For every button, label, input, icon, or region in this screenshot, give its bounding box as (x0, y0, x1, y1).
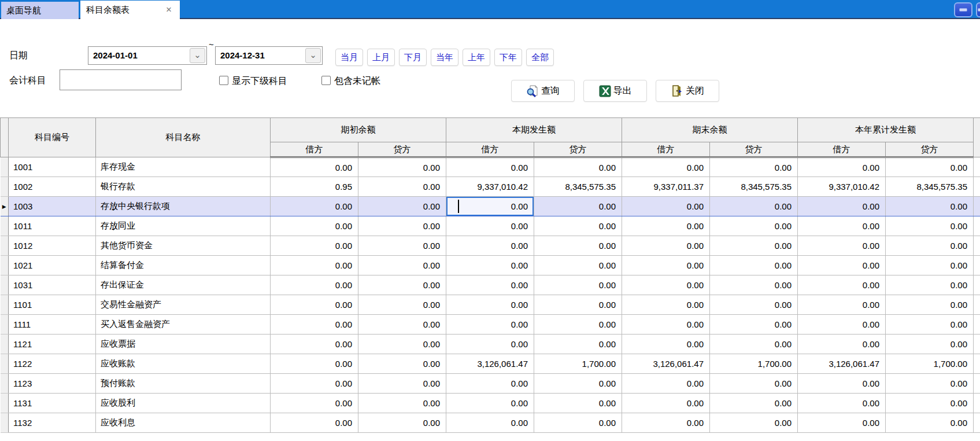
value-cell[interactable]: 0.00 (534, 275, 622, 295)
show-sub-accounts-checkbox[interactable] (219, 76, 228, 85)
row-gutter[interactable] (1, 236, 9, 256)
current-year-button[interactable]: 当年 (431, 49, 458, 66)
date-to-select[interactable]: 2024-12-31 ⌄ (215, 46, 323, 65)
minimize-button[interactable] (954, 2, 972, 17)
value-cell[interactable]: 0.00 (534, 256, 622, 275)
row-gutter[interactable] (1, 315, 9, 335)
chevron-down-icon[interactable]: ⌄ (190, 48, 205, 63)
value-cell[interactable]: 0.00 (710, 216, 798, 236)
value-cell[interactable]: 0.00 (886, 413, 974, 433)
value-cell[interactable]: 0.00 (710, 197, 798, 216)
row-gutter[interactable] (1, 177, 9, 197)
value-cell[interactable]: 0.00 (886, 315, 974, 335)
value-cell[interactable]: 0.00 (710, 236, 798, 256)
value-cell[interactable]: 0.00 (358, 374, 446, 394)
value-cell[interactable]: 0.00 (271, 295, 358, 315)
row-gutter[interactable] (1, 295, 9, 315)
value-cell[interactable]: 0.00 (358, 216, 446, 236)
value-cell[interactable]: 0.00 (710, 394, 798, 413)
account-code-cell[interactable]: 1122 (9, 354, 96, 374)
value-cell[interactable]: 0.00 (271, 335, 358, 354)
row-gutter[interactable] (1, 335, 9, 354)
value-cell[interactable]: 0.00 (534, 413, 622, 433)
value-cell[interactable]: 1,700.00 (886, 354, 974, 374)
value-cell[interactable]: 0.95 (271, 177, 358, 197)
value-cell[interactable]: 1,700.00 (710, 354, 798, 374)
value-cell[interactable]: 0.00 (886, 394, 974, 413)
account-name-cell[interactable]: 应收账款 (96, 354, 271, 374)
value-cell[interactable]: 0.00 (271, 157, 358, 177)
value-cell[interactable]: 0.00 (446, 256, 534, 275)
value-cell[interactable]: 0.00 (622, 216, 710, 236)
value-cell[interactable]: 0.00 (622, 413, 710, 433)
row-gutter[interactable] (1, 275, 9, 295)
current-row-marker[interactable]: ▶ (1, 197, 9, 216)
value-cell[interactable]: 0.00 (622, 197, 710, 216)
value-cell[interactable]: 9,337,011.37 (622, 177, 710, 197)
value-cell[interactable]: 0.00 (446, 374, 534, 394)
value-cell[interactable]: 0.00 (622, 157, 710, 177)
previous-year-button[interactable]: 上年 (463, 49, 490, 66)
all-periods-button[interactable]: 全部 (526, 49, 554, 66)
value-cell[interactable]: 3,126,061.47 (446, 354, 534, 374)
value-cell[interactable]: 9,337,010.42 (446, 177, 534, 197)
export-button[interactable]: 导出 (583, 80, 647, 102)
account-code-cell[interactable]: 1003 (9, 197, 96, 216)
value-cell[interactable]: 0.00 (271, 197, 358, 216)
account-code-cell[interactable]: 1002 (9, 177, 96, 197)
value-cell[interactable]: 0.00 (446, 157, 534, 177)
current-month-button[interactable]: 当月 (335, 49, 363, 66)
next-month-button[interactable]: 下月 (399, 49, 427, 66)
account-code-cell[interactable]: 1001 (9, 157, 96, 177)
value-cell[interactable]: 0.00 (622, 295, 710, 315)
value-cell[interactable]: 0.00 (446, 275, 534, 295)
value-cell[interactable]: 0.00 (886, 157, 974, 177)
value-cell[interactable]: 0.00 (798, 197, 886, 216)
account-name-cell[interactable]: 买入返售金融资产 (96, 315, 271, 335)
value-cell[interactable]: 0.00 (798, 315, 886, 335)
value-cell[interactable]: 0.00 (271, 275, 358, 295)
value-cell[interactable]: 8,345,575.35 (710, 177, 798, 197)
value-cell[interactable]: 0.00 (534, 197, 622, 216)
account-name-cell[interactable]: 存出保证金 (96, 275, 271, 295)
close-button[interactable]: 关闭 (656, 80, 719, 102)
value-cell[interactable]: 0.00 (358, 394, 446, 413)
account-name-cell[interactable]: 应收股利 (96, 394, 271, 413)
close-tab-icon[interactable]: × (166, 1, 172, 19)
value-cell[interactable]: 0.00 (798, 256, 886, 275)
value-cell[interactable]: 0.00 (886, 256, 974, 275)
account-code-cell[interactable]: 1123 (9, 374, 96, 394)
value-cell[interactable]: 0.00 (886, 216, 974, 236)
account-name-cell[interactable]: 结算备付金 (96, 256, 271, 275)
value-cell[interactable]: 0.00 (271, 236, 358, 256)
value-cell[interactable]: 0.00 (798, 394, 886, 413)
value-cell[interactable]: 0.00 (798, 335, 886, 354)
value-cell[interactable]: 0.00 (534, 157, 622, 177)
account-name-cell[interactable]: 应收票据 (96, 335, 271, 354)
value-cell[interactable]: 0.00 (622, 236, 710, 256)
chevron-down-icon[interactable]: ⌄ (305, 48, 321, 63)
value-cell[interactable]: 0.00 (622, 394, 710, 413)
account-name-cell[interactable]: 其他货币资金 (96, 236, 271, 256)
value-cell[interactable]: 0.00 (358, 177, 446, 197)
value-cell[interactable]: 0.00 (622, 256, 710, 275)
value-cell[interactable]: 0.00 (886, 197, 974, 216)
value-cell[interactable]: 0.00 (710, 335, 798, 354)
value-cell[interactable]: 0.00 (886, 236, 974, 256)
value-cell[interactable]: 0.00 (798, 275, 886, 295)
value-cell[interactable]: 0.00 (446, 413, 534, 433)
value-cell[interactable]: 0.00 (271, 354, 358, 374)
value-cell[interactable]: 0.00 (534, 315, 622, 335)
account-code-cell[interactable]: 1012 (9, 236, 96, 256)
account-code-cell[interactable]: 1131 (9, 394, 96, 413)
editing-value-cell[interactable]: 0.00 (446, 197, 534, 216)
next-year-button[interactable]: 下年 (494, 49, 522, 66)
row-gutter[interactable] (1, 354, 9, 374)
value-cell[interactable]: 0.00 (886, 295, 974, 315)
value-cell[interactable]: 0.00 (358, 335, 446, 354)
value-cell[interactable]: 0.00 (622, 335, 710, 354)
value-cell[interactable]: 3,126,061.47 (798, 354, 886, 374)
value-cell[interactable]: 0.00 (271, 394, 358, 413)
include-unposted-checkbox[interactable] (321, 76, 331, 85)
value-cell[interactable]: 0.00 (271, 256, 358, 275)
